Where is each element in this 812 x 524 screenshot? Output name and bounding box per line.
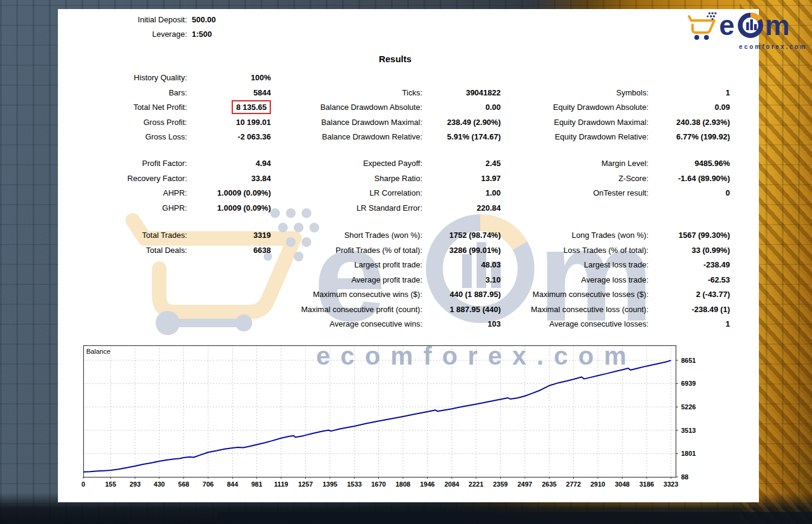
svg-text:0: 0: [81, 481, 85, 488]
stat-label: Gross Loss:: [58, 130, 187, 145]
stat-value: -1.64 (89.90%): [649, 171, 730, 187]
stat-value: 1 887.95 (440): [422, 302, 501, 318]
stat-label: Symbols:: [501, 86, 649, 101]
svg-text:3323: 3323: [664, 481, 678, 488]
stat-label: Short Trades (won %):: [271, 228, 422, 243]
results-title: Results: [58, 54, 732, 64]
stat-label: Expected Payoff:: [271, 156, 422, 171]
stat-value: 1.00: [422, 186, 501, 201]
svg-text:3186: 3186: [639, 481, 654, 488]
stat-label: Maximum consecutive wins ($):: [271, 287, 422, 302]
stat-value: 3.10: [422, 273, 501, 288]
stat-label: Average consecutive wins:: [271, 317, 422, 332]
ecomforex-logo: e m ecomforex.com: [687, 8, 807, 50]
stat-value: 238.49 (2.90%): [422, 115, 501, 130]
stat-label: Loss Trades (% of total):: [501, 243, 649, 258]
stat-value: 4.94: [187, 156, 271, 171]
stat-value: 1567 (99.30%): [649, 228, 730, 243]
stat-value: -238.49 (1): [649, 302, 730, 318]
stat-value: 5.91% (174.67): [422, 130, 501, 145]
stats-block-3: Total Trades:3319Short Trades (won %):17…: [58, 228, 730, 332]
stat-value: 440 (1 887.95): [422, 287, 501, 302]
svg-text:844: 844: [227, 481, 238, 488]
stat-value: 100%: [187, 71, 271, 86]
stat-label: Largest loss trade:: [501, 258, 649, 273]
stat-value: 0: [649, 186, 730, 201]
stat-value: -2 063.36: [187, 130, 271, 145]
svg-text:1119: 1119: [274, 481, 288, 488]
svg-text:155: 155: [105, 481, 116, 488]
logo-letter-m: m: [765, 10, 790, 41]
stat-value: 240.38 (2.93%): [649, 115, 730, 130]
initial-deposit-value: 500.00: [192, 13, 373, 27]
balance-line: [83, 360, 671, 472]
svg-text:6939: 6939: [681, 380, 696, 387]
stat-value: 8 135.65: [187, 100, 271, 115]
svg-text:2221: 2221: [469, 481, 483, 488]
stat-value: 48.03: [422, 258, 501, 273]
stat-label: LR Standard Error:: [271, 201, 422, 216]
svg-text:2084: 2084: [445, 481, 460, 488]
stat-label: Maximal consecutive loss (count):: [501, 302, 649, 318]
stat-label: Maximum consecutive losses ($):: [501, 287, 649, 302]
stat-value: 3286 (99.01%): [422, 243, 501, 258]
svg-text:1533: 1533: [347, 481, 361, 488]
svg-text:568: 568: [178, 481, 189, 488]
svg-text:8651: 8651: [681, 357, 696, 364]
stat-value: 1.0009 (0.09%): [187, 186, 271, 201]
stat-label: Equity Drawdown Relative:: [501, 130, 649, 145]
stat-label: Balance Drawdown Absolute:: [271, 100, 422, 115]
stat-label: Average profit trade:: [271, 273, 422, 288]
svg-text:1808: 1808: [396, 481, 410, 488]
stat-label: GHPR:: [58, 201, 187, 216]
svg-text:2497: 2497: [518, 481, 532, 488]
stat-label: Total Deals:: [58, 243, 187, 258]
stat-label: Average consecutive losses:: [501, 317, 649, 332]
svg-text:1395: 1395: [323, 481, 337, 488]
svg-text:1801: 1801: [681, 450, 696, 457]
balance-series-label: Balance: [86, 348, 110, 355]
stat-value: 220.84: [422, 201, 501, 216]
stat-value: 1.0009 (0.09%): [187, 201, 271, 216]
logo-domain-text: ecomforex.com: [687, 43, 807, 50]
stat-label: Maximal consecutive profit (count):: [271, 302, 422, 318]
watermark-domain-text: ecomforex.com: [316, 342, 636, 371]
svg-text:5226: 5226: [681, 403, 696, 411]
total-net-profit-highlight: 8 135.65: [232, 100, 271, 114]
stat-label: Profit Trades (% of total):: [271, 243, 422, 258]
stat-label: Equity Drawdown Absolute:: [501, 100, 649, 115]
stat-value: 2 (-43.77): [649, 287, 730, 302]
stat-value: 10 199.01: [187, 115, 271, 130]
stat-value: 39041822: [422, 86, 501, 101]
stat-value: 13.97: [422, 171, 501, 187]
stat-label: Total Net Profit:: [58, 100, 187, 115]
stat-value: 1: [649, 317, 730, 332]
stat-value: 1752 (98.74%): [422, 228, 501, 243]
svg-text:88: 88: [681, 473, 688, 481]
stat-value: 5844: [187, 86, 271, 101]
stat-label: History Quality:: [58, 71, 187, 86]
screenshot-root: Initial Deposit: 500.00 Leverage: 1:500 …: [0, 0, 812, 524]
stat-value: 33 (0.99%): [649, 243, 730, 258]
stat-value: -238.49: [649, 258, 730, 273]
stat-value: 33.84: [187, 171, 271, 187]
background-bottom-bar: [217, 512, 812, 524]
stat-label: OnTester result:: [501, 186, 649, 201]
svg-text:2910: 2910: [591, 481, 605, 488]
leverage-value: 1:500: [192, 27, 373, 42]
stat-value: 6.77% (199.92): [649, 130, 730, 145]
stat-label: Recovery Factor:: [58, 171, 187, 187]
stat-value: 103: [422, 317, 501, 332]
stat-label: Z-Score:: [501, 171, 649, 187]
stat-label: AHPR:: [58, 186, 187, 201]
svg-text:2635: 2635: [542, 481, 556, 488]
logo-letter-o: [740, 15, 761, 36]
stat-value: 6638: [187, 243, 271, 258]
stat-label: Ticks:: [271, 86, 422, 101]
stat-label: Total Trades:: [58, 228, 187, 243]
stat-value: 0.09: [649, 100, 730, 115]
stat-label: Margin Level:: [501, 156, 649, 171]
stat-label: Gross Profit:: [58, 115, 187, 130]
stat-label: Balance Drawdown Relative:: [271, 130, 422, 145]
svg-text:1946: 1946: [420, 481, 434, 488]
